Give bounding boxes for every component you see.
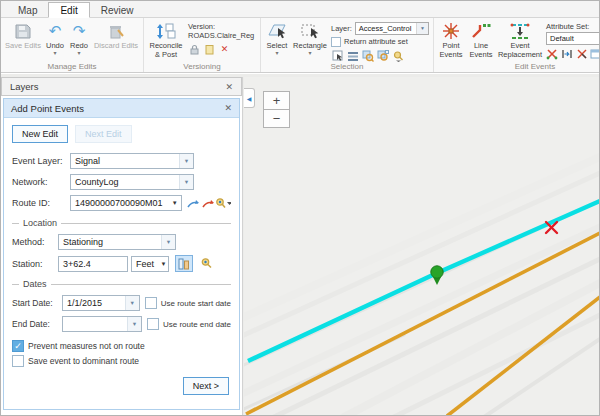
return-attribute-label: Return attribute set [344, 37, 408, 46]
rectangle-button[interactable]: Rectangle ▾ [291, 19, 329, 56]
start-date-label: Start Date: [12, 298, 62, 308]
attribute-set-combo[interactable]: Default ▼ [546, 32, 599, 45]
group-label-versioning: Versioning [146, 62, 258, 72]
end-date-combo-arrow[interactable]: ▼ [127, 317, 141, 331]
route-id-label: Route ID: [12, 198, 70, 208]
line-events-button[interactable]: Line Events [466, 19, 496, 59]
remove-route-selection-icon[interactable] [201, 195, 215, 211]
selection-zoom-menu-icon[interactable] [391, 49, 404, 62]
rectangle-dropdown-caret[interactable]: ▾ [308, 51, 311, 56]
new-version-icon[interactable] [203, 43, 216, 56]
return-attribute-checkbox[interactable]: ✓ [331, 37, 341, 47]
network-combo[interactable]: CountyLog ▼ [70, 174, 194, 190]
select-dropdown-caret[interactable]: ▾ [275, 51, 278, 56]
group-label-manage-edits: Manage Edits [3, 62, 141, 72]
use-route-start-label: Use route start date [161, 299, 231, 308]
dominant-route-checkbox[interactable]: ✓ [12, 355, 24, 367]
station-unit-combo[interactable]: Feet ▼ [131, 256, 169, 272]
group-label-edit-events: Edit Events [436, 62, 599, 72]
zoom-out-button[interactable]: − [263, 109, 290, 128]
attribute-set-options: Attribute Set: Default ▼ [544, 19, 599, 60]
route-id-combo-arrow[interactable]: ▼ [168, 200, 181, 206]
add-point-events-panel: Add Point Events ✕ New Edit Next Edit Ev… [3, 98, 240, 410]
reconcile-post-button[interactable]: Reconcile & Post [146, 19, 186, 59]
layers-pane-title: Layers [10, 81, 39, 92]
undo-dropdown-caret[interactable]: ▾ [53, 51, 56, 56]
attributes-window-icon[interactable] [590, 47, 599, 60]
station-unit-arrow[interactable]: ▼ [159, 261, 168, 267]
layer-combo[interactable]: Access_Control ▼ [355, 22, 429, 35]
remove-event-icon[interactable] [546, 47, 559, 60]
use-route-end-label: Use route end date [163, 320, 231, 329]
discard-edits-button[interactable]: Discard Edits [91, 19, 141, 51]
event-layer-combo-arrow[interactable]: ▼ [179, 154, 193, 168]
layers-close-icon[interactable]: ✕ [225, 82, 233, 92]
pan-to-selection-icon[interactable] [376, 49, 389, 62]
point-events-button[interactable]: Point Events [436, 19, 466, 59]
new-edit-button[interactable]: New Edit [12, 125, 68, 143]
select-by-box-icon[interactable] [331, 49, 344, 62]
save-edits-button[interactable]: Save Edits [3, 19, 43, 51]
lock-icon[interactable] [188, 43, 201, 56]
trash-icon [107, 21, 125, 41]
version-info: Version: ROADS.Claire_Reg ✕ [186, 19, 258, 56]
app-window: Map Edit Review Save Edits ↶ Undo ▾ [0, 0, 600, 416]
tab-review[interactable]: Review [90, 3, 145, 17]
redo-button[interactable]: ↷ Redo ▾ [67, 19, 91, 56]
start-date-combo-arrow[interactable]: ▼ [125, 296, 139, 310]
save-icon [14, 21, 32, 41]
undo-button[interactable]: ↶ Undo ▾ [43, 19, 67, 56]
zoom-to-selection-icon[interactable] [361, 49, 374, 62]
select-route-on-map-icon[interactable] [186, 195, 200, 211]
end-date-combo[interactable]: ▼ [62, 316, 142, 332]
layer-label: Layer: [331, 24, 352, 33]
route-zoom-menu-icon[interactable] [215, 195, 231, 211]
event-layer-combo[interactable]: Signal ▼ [70, 153, 194, 169]
delete-version-icon[interactable]: ✕ [218, 43, 231, 56]
tab-edit[interactable]: Edit [48, 2, 89, 18]
split-event-icon[interactable] [575, 47, 588, 60]
start-date-combo[interactable]: 1/1/2015 ▼ [62, 295, 140, 311]
next-button[interactable]: Next > [183, 377, 229, 395]
map-view[interactable]: ◀ + − [244, 77, 599, 415]
zoom-in-button[interactable]: + [263, 91, 290, 110]
event-point-marker [431, 266, 443, 285]
use-route-start-checkbox[interactable]: ✓ [145, 297, 157, 309]
panel-header: Add Point Events ✕ [4, 99, 239, 118]
panel-close-icon[interactable]: ✕ [224, 103, 232, 113]
group-manage-edits: Save Edits ↶ Undo ▾ ↷ Redo ▾ Discard Edi… [1, 18, 144, 72]
layer-combo-arrow[interactable]: ▼ [416, 23, 428, 34]
select-button[interactable]: Select ▾ [263, 19, 291, 56]
end-date-label: End Date: [12, 319, 62, 329]
station-zoom-icon[interactable] [199, 256, 215, 272]
event-replacement-icon [509, 21, 531, 41]
map-graphics [244, 77, 599, 415]
prevent-measures-checkbox[interactable]: ✓ [12, 340, 24, 352]
network-combo-arrow[interactable]: ▼ [179, 175, 193, 189]
version-label: Version: [188, 22, 256, 31]
method-combo-arrow[interactable]: ▼ [161, 235, 175, 249]
pick-location-tool[interactable] [175, 255, 193, 272]
select-tool-icon [267, 21, 287, 41]
pane-collapse-tab[interactable]: ◀ [244, 88, 255, 108]
method-combo[interactable]: Stationing ▼ [58, 234, 176, 250]
station-input[interactable]: 3+62.4 [58, 256, 128, 272]
redo-dropdown-caret[interactable]: ▾ [77, 51, 80, 56]
selection-options: Layer: Access_Control ▼ ✓ Return attribu… [329, 19, 431, 62]
event-replacement-button[interactable]: Event Replacement [496, 19, 544, 59]
dominant-route-label: Save event to dominant route [28, 356, 139, 366]
workspace: Layers ✕ Add Point Events ✕ New Edit Nex… [1, 74, 599, 415]
prevent-measures-label: Prevent measures not on route [28, 341, 145, 351]
undo-icon: ↶ [49, 21, 62, 41]
ribbon: Save Edits ↶ Undo ▾ ↷ Redo ▾ Discard Edi… [1, 18, 599, 73]
group-versioning: Reconcile & Post Version: ROADS.Claire_R… [144, 18, 261, 72]
event-layer-label: Event Layer: [12, 156, 70, 166]
tab-map[interactable]: Map [7, 3, 48, 17]
selection-list-icon[interactable] [346, 49, 359, 62]
use-route-end-checkbox[interactable]: ✓ [147, 318, 159, 330]
next-edit-button[interactable]: Next Edit [75, 125, 132, 143]
group-label-selection: Selection [263, 62, 431, 72]
layers-pane-header: Layers ✕ [1, 77, 242, 96]
snap-event-icon[interactable] [561, 47, 574, 60]
route-id-combo[interactable]: 14900000700090M01 ▼ [70, 195, 182, 211]
